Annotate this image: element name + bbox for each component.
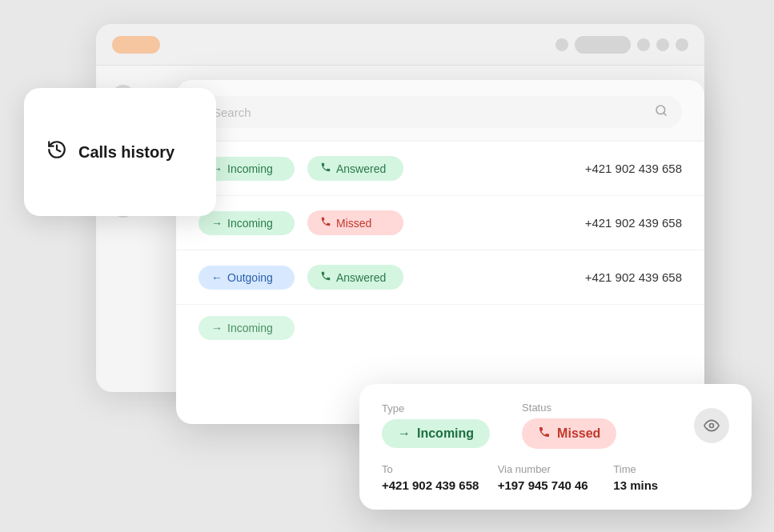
detail-to-value: +421 902 439 658 (382, 478, 498, 492)
bg-header-pill2 (575, 36, 631, 54)
type-badge-3: ← Outgoing (199, 266, 295, 290)
history-icon (46, 139, 67, 165)
svg-point-2 (710, 423, 714, 427)
call-row-1[interactable]: → Incoming Answered +421 902 439 658 (176, 142, 704, 196)
detail-type-badge: → Incoming (382, 419, 490, 448)
calls-history-panel: Calls history (24, 88, 216, 216)
status-badge-3: Answered (307, 265, 403, 290)
status-label-2: Missed (336, 217, 371, 230)
call-number-1: +421 902 439 658 (585, 162, 682, 175)
call-row-2[interactable]: → Incoming Missed +421 902 439 658 (176, 196, 704, 250)
arrow-icon-4: → (211, 322, 223, 334)
call-number-3: +421 902 439 658 (585, 270, 682, 284)
type-label-4: Incoming (227, 322, 273, 334)
bg-dot-4 (676, 38, 688, 51)
call-row-3[interactable]: ← Outgoing Answered +421 902 439 658 (176, 250, 704, 305)
detail-status-badge: Missed (522, 418, 616, 449)
arrow-icon-2: → (211, 217, 223, 230)
detail-to-label: To (382, 463, 498, 475)
phone-icon-1 (320, 162, 331, 175)
status-label-1: Answered (336, 162, 386, 175)
arrow-icon-3: ← (211, 271, 223, 284)
detail-type-value: Incoming (417, 426, 474, 441)
history-title: Calls history (78, 143, 174, 162)
detail-top-row: Type → Incoming Status Missed (382, 402, 729, 449)
detail-time-label: Time (613, 463, 729, 475)
call-number-2: +421 902 439 658 (585, 216, 682, 230)
bg-header-pill (112, 36, 160, 54)
detail-time-value: 13 mins (613, 478, 729, 492)
type-badge-2: → Incoming (199, 211, 295, 235)
view-button[interactable] (694, 408, 729, 443)
detail-time-field: Time 13 mins (613, 463, 729, 492)
bg-dot-1 (555, 38, 568, 51)
main-card: Search → Incoming Answered +421 902 4 (176, 80, 704, 424)
detail-arrow-icon: → (398, 426, 411, 441)
detail-card: Type → Incoming Status Missed To (359, 384, 752, 510)
detail-via-value: +197 945 740 46 (498, 478, 614, 492)
detail-type-field: Type → Incoming (382, 402, 490, 448)
detail-via-field: Via number +197 945 740 46 (498, 463, 614, 492)
type-label-1: Incoming (227, 162, 273, 175)
svg-line-1 (664, 113, 666, 115)
phone-icon-3 (320, 270, 331, 284)
bg-card-header (96, 24, 704, 66)
search-bar[interactable]: Search (199, 96, 682, 128)
detail-to-field: To +421 902 439 658 (382, 463, 498, 492)
status-badge-2: Missed (307, 210, 403, 235)
status-badge-1: Answered (307, 156, 403, 181)
status-label-3: Answered (336, 271, 386, 284)
search-placeholder: Search (213, 106, 648, 119)
search-icon (655, 104, 668, 120)
type-badge-4-partial: → Incoming (199, 316, 295, 340)
call-row-4-partial[interactable]: → Incoming (176, 305, 704, 351)
detail-via-label: Via number (498, 463, 614, 475)
phone-icon-2 (320, 216, 331, 230)
bg-dot-2 (637, 38, 650, 51)
type-label-2: Incoming (227, 217, 273, 230)
type-label-3: Outgoing (227, 271, 273, 284)
bg-dot-3 (656, 38, 669, 51)
main-header: Search (176, 80, 704, 142)
call-rows: → Incoming Answered +421 902 439 658 → I… (176, 142, 704, 351)
detail-status-value: Missed (557, 426, 600, 441)
detail-bottom-row: To +421 902 439 658 Via number +197 945 … (382, 463, 729, 492)
detail-status-field: Status Missed (522, 402, 616, 449)
detail-phone-icon (538, 426, 551, 442)
detail-type-label: Type (382, 402, 490, 414)
detail-status-label: Status (522, 402, 616, 414)
